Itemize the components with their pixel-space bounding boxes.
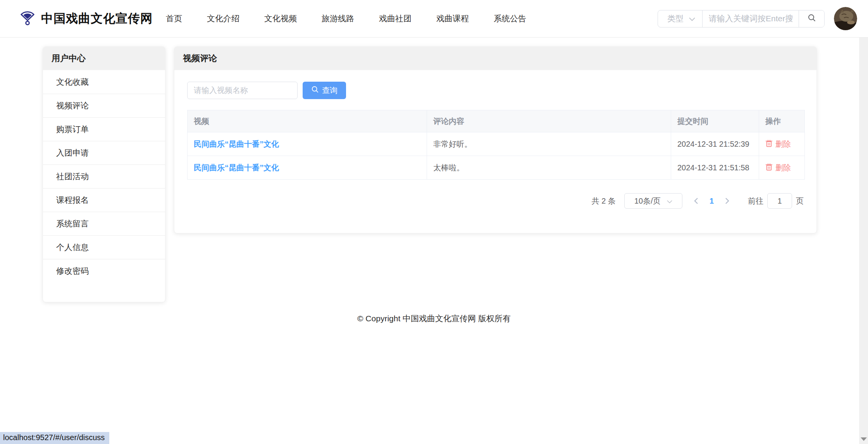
table-row: 民间曲乐“昆曲十番”文化 非常好听。 2024-12-31 21:52:39 删… xyxy=(188,132,805,156)
page-number-1[interactable]: 1 xyxy=(710,197,714,206)
time-cell: 2024-12-31 21:52:39 xyxy=(671,132,759,156)
nav-opera-clubs[interactable]: 戏曲社团 xyxy=(379,13,412,24)
delete-label: 删除 xyxy=(775,163,791,173)
col-header-comment: 评论内容 xyxy=(427,110,671,132)
top-navigation-bar: 中国戏曲文化宣传网 首页 文化介绍 文化视频 旅游线路 戏曲社团 戏曲课程 系统… xyxy=(0,0,868,38)
next-page-button[interactable] xyxy=(722,193,732,209)
nav-culture-video[interactable]: 文化视频 xyxy=(264,13,297,24)
fan-logo-icon xyxy=(19,9,36,28)
sidebar-item-personal-info[interactable]: 个人信息 xyxy=(43,235,165,259)
sidebar-menu: 文化收藏 视频评论 购票订单 入团申请 社团活动 课程报名 系统留言 个人信息 … xyxy=(43,70,165,283)
sidebar-item-change-password[interactable]: 修改密码 xyxy=(43,259,165,283)
user-center-sidebar: 用户中心 文化收藏 视频评论 购票订单 入团申请 社团活动 课程报名 系统留言 … xyxy=(43,46,165,302)
sidebar-item-video-comments[interactable]: 视频评论 xyxy=(43,94,165,117)
sidebar-item-club-applications[interactable]: 入团申请 xyxy=(43,141,165,165)
prev-page-button[interactable] xyxy=(691,193,701,209)
type-select-value: 类型 xyxy=(667,13,684,24)
goto-label: 前往 xyxy=(748,196,763,206)
video-comments-panel: 视频评论 查询 视频 评论内容 提交时间 操作 xyxy=(174,46,817,233)
panel-title: 视频评论 xyxy=(174,47,816,70)
page-unit-label: 页 xyxy=(796,196,804,206)
col-header-time: 提交时间 xyxy=(671,110,759,132)
col-header-action: 操作 xyxy=(759,110,805,132)
sidebar-item-ticket-orders[interactable]: 购票订单 xyxy=(43,117,165,141)
table-header-row: 视频 评论内容 提交时间 操作 xyxy=(188,110,805,132)
scroll-down-arrow-icon[interactable] xyxy=(861,437,867,441)
global-search-group: 类型 xyxy=(658,10,825,27)
type-select[interactable]: 类型 xyxy=(658,10,703,27)
nav-opera-courses[interactable]: 戏曲课程 xyxy=(436,13,469,24)
nav-travel-routes[interactable]: 旅游线路 xyxy=(322,13,354,24)
chevron-down-icon xyxy=(667,197,672,206)
video-name-input[interactable] xyxy=(187,82,298,99)
search-icon xyxy=(311,86,319,95)
sidebar-item-club-activities[interactable]: 社团活动 xyxy=(43,165,165,188)
nav-system-notice[interactable]: 系统公告 xyxy=(494,13,526,24)
trash-icon xyxy=(765,163,773,173)
vertical-scrollbar[interactable] xyxy=(859,38,868,444)
global-search-input[interactable] xyxy=(703,10,799,27)
filter-row: 查询 xyxy=(187,82,804,99)
panel-body: 查询 视频 评论内容 提交时间 操作 民间曲乐“昆曲十番”文化 非常好听。 xyxy=(174,70,816,233)
sidebar-item-course-enrollment[interactable]: 课程报名 xyxy=(43,188,165,212)
col-header-video: 视频 xyxy=(188,110,427,132)
page-size-select[interactable]: 10条/页 xyxy=(624,193,682,209)
page-size-value: 10条/页 xyxy=(634,196,661,206)
site-logo[interactable]: 中国戏曲文化宣传网 xyxy=(19,9,153,28)
sidebar-title: 用户中心 xyxy=(43,47,165,70)
global-search-button[interactable] xyxy=(799,10,824,27)
user-avatar[interactable] xyxy=(834,7,857,30)
query-button-label: 查询 xyxy=(322,85,338,96)
comment-cell: 太棒啦。 xyxy=(427,156,671,180)
query-button[interactable]: 查询 xyxy=(303,82,346,99)
comments-table: 视频 评论内容 提交时间 操作 民间曲乐“昆曲十番”文化 非常好听。 2024-… xyxy=(187,110,805,180)
time-cell: 2024-12-31 21:51:58 xyxy=(671,156,759,180)
nav-home[interactable]: 首页 xyxy=(166,13,182,24)
topbar-right: 类型 xyxy=(658,7,857,30)
site-title: 中国戏曲文化宣传网 xyxy=(41,10,153,27)
delete-button[interactable]: 删除 xyxy=(765,163,791,173)
table-row: 民间曲乐“昆曲十番”文化 太棒啦。 2024-12-31 21:51:58 删除 xyxy=(188,156,805,180)
goto-page-input[interactable] xyxy=(767,193,792,209)
nav-culture-intro[interactable]: 文化介绍 xyxy=(207,13,239,24)
delete-button[interactable]: 删除 xyxy=(765,139,791,149)
browser-status-url: localhost:9527/#/user/discuss xyxy=(0,432,109,444)
copyright-footer: © Copyright 中国戏曲文化宣传网 版权所有 xyxy=(0,313,868,324)
delete-label: 删除 xyxy=(775,139,791,149)
video-link[interactable]: 民间曲乐“昆曲十番”文化 xyxy=(194,163,279,172)
total-count: 共 2 条 xyxy=(592,196,616,206)
goto-page: 前往 页 xyxy=(748,193,804,209)
search-icon xyxy=(808,14,816,24)
sidebar-item-culture-favorites[interactable]: 文化收藏 xyxy=(43,70,165,94)
page-content: 用户中心 文化收藏 视频评论 购票订单 入团申请 社团活动 课程报名 系统留言 … xyxy=(0,38,868,302)
chevron-down-icon xyxy=(689,14,695,23)
sidebar-spacer xyxy=(43,283,165,302)
comment-cell: 非常好听。 xyxy=(427,132,671,156)
trash-icon xyxy=(765,139,773,149)
main-nav: 首页 文化介绍 文化视频 旅游线路 戏曲社团 戏曲课程 系统公告 xyxy=(166,13,526,24)
video-link[interactable]: 民间曲乐“昆曲十番”文化 xyxy=(194,140,279,148)
sidebar-item-system-messages[interactable]: 系统留言 xyxy=(43,212,165,235)
pagination: 共 2 条 10条/页 1 前往 页 xyxy=(187,193,804,209)
